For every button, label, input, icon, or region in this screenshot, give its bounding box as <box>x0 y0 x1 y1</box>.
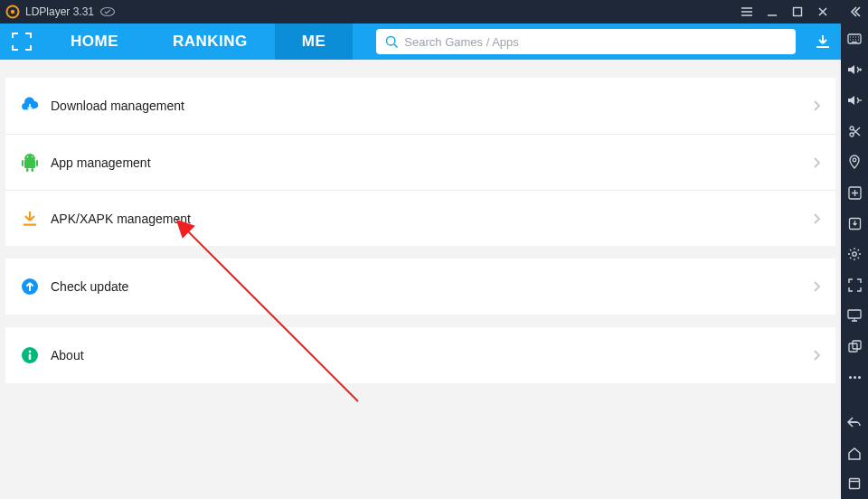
recent-icon[interactable] <box>841 468 868 499</box>
tab-home[interactable]: HOME <box>43 24 146 60</box>
svg-point-26 <box>853 252 856 256</box>
fullscreen-corner-icon[interactable] <box>0 24 43 60</box>
menu-button[interactable] <box>734 0 760 24</box>
item-about[interactable]: About <box>5 327 835 383</box>
sync-icon <box>99 6 116 17</box>
item-label: Check update <box>51 279 128 294</box>
scissors-icon[interactable] <box>841 116 868 146</box>
item-app-management[interactable]: App management <box>5 134 835 190</box>
close-button[interactable] <box>810 0 835 24</box>
svg-point-4 <box>387 36 395 44</box>
item-download-management[interactable]: Download management <box>5 78 835 134</box>
header: HOME RANKING ME <box>0 24 841 60</box>
svg-point-13 <box>32 155 33 157</box>
home-icon[interactable] <box>841 438 868 468</box>
monitor-icon[interactable] <box>841 300 868 331</box>
keyboard-icon[interactable] <box>841 24 868 54</box>
volume-up-icon[interactable] <box>841 54 868 85</box>
info-icon <box>20 345 40 365</box>
add-box-icon[interactable] <box>841 177 868 208</box>
item-label: About <box>51 348 84 362</box>
search-icon <box>385 35 399 49</box>
svg-point-23 <box>853 158 856 162</box>
update-icon <box>20 277 40 297</box>
chevron-right-icon <box>813 156 821 169</box>
app-logo-icon <box>5 5 20 19</box>
svg-rect-8 <box>22 160 24 166</box>
tab-ranking[interactable]: RANKING <box>146 24 275 60</box>
svg-rect-14 <box>24 223 36 225</box>
more-icon[interactable] <box>841 362 868 392</box>
maximize-button[interactable] <box>785 0 810 24</box>
chevron-right-icon <box>813 349 821 362</box>
app-title: LDPlayer 3.31 <box>25 5 94 18</box>
item-label: APK/XAPK management <box>51 212 191 226</box>
search-box[interactable] <box>376 29 796 54</box>
item-label: App management <box>51 155 151 170</box>
android-icon <box>20 153 40 173</box>
chevron-right-icon <box>813 280 821 293</box>
titlebar: LDPlayer 3.31 <box>0 0 841 24</box>
window-controls <box>734 0 835 24</box>
item-label: Download management <box>51 99 184 113</box>
minimize-button[interactable] <box>760 0 785 24</box>
svg-point-32 <box>858 376 861 379</box>
search-input[interactable] <box>404 35 787 49</box>
svg-rect-9 <box>36 160 38 166</box>
download-button[interactable] <box>805 24 841 60</box>
item-check-update[interactable]: Check update <box>5 259 835 315</box>
chevron-right-icon <box>813 99 821 112</box>
collapse-panel-icon[interactable] <box>841 0 868 24</box>
svg-rect-11 <box>32 168 33 172</box>
download-orange-icon <box>20 209 40 229</box>
volume-down-icon[interactable] <box>841 85 868 116</box>
svg-point-31 <box>854 376 856 379</box>
svg-point-30 <box>849 376 852 379</box>
multi-window-icon[interactable] <box>841 331 868 362</box>
item-apk-management[interactable]: APK/XAPK management <box>5 190 835 246</box>
right-toolbar <box>841 0 868 499</box>
svg-rect-18 <box>29 354 32 361</box>
apk-install-icon[interactable] <box>841 208 868 239</box>
fullscreen-icon[interactable] <box>841 269 868 300</box>
svg-rect-3 <box>794 8 802 16</box>
tab-me[interactable]: ME <box>275 24 354 60</box>
svg-point-12 <box>27 155 29 157</box>
settings-icon[interactable] <box>841 239 868 269</box>
svg-point-1 <box>11 10 14 14</box>
svg-rect-27 <box>848 310 861 318</box>
svg-point-17 <box>29 351 32 353</box>
header-tabs: HOME RANKING ME <box>43 24 353 60</box>
svg-rect-5 <box>24 159 35 168</box>
svg-rect-10 <box>26 168 28 172</box>
chevron-right-icon <box>813 212 821 225</box>
content-area: Download management App management <box>0 60 841 499</box>
back-icon[interactable] <box>841 407 868 438</box>
cloud-download-icon <box>20 96 40 116</box>
svg-rect-33 <box>850 479 860 489</box>
location-icon[interactable] <box>841 146 868 177</box>
